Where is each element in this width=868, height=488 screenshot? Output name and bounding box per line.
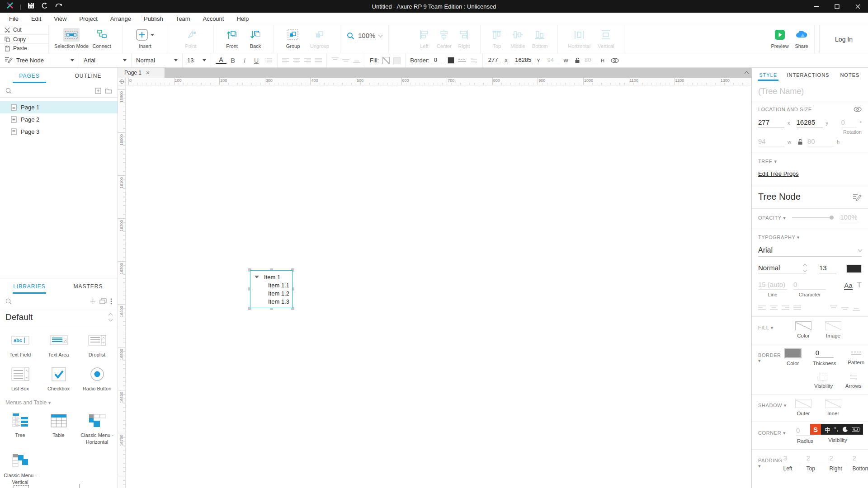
fill-label[interactable]: FILL ▾: [758, 321, 792, 331]
menu-item[interactable]: Publish: [137, 13, 170, 25]
tab-notes[interactable]: NOTES: [834, 68, 866, 82]
menu-item[interactable]: File: [3, 13, 25, 25]
copy-button[interactable]: Copy: [0, 35, 48, 44]
undo-icon[interactable]: [41, 2, 48, 11]
x-field[interactable]: 277: [758, 118, 784, 127]
login-button[interactable]: Log In: [820, 36, 868, 43]
connect-button[interactable]: Connect: [88, 28, 116, 49]
fill-color-swatch[interactable]: [795, 321, 811, 330]
tree-widget[interactable]: Item 1 Item 1.1 Item 1.2 Item 1.3: [250, 270, 292, 308]
font-family-select[interactable]: Arial: [84, 57, 127, 64]
shadow-inner-swatch[interactable]: [825, 399, 841, 408]
maximize-button[interactable]: [826, 0, 847, 13]
menu-item[interactable]: Edit: [25, 13, 47, 25]
border-pattern-button[interactable]: Pattern: [844, 349, 868, 366]
tree-node-root[interactable]: Item 1: [250, 273, 292, 281]
padding-label[interactable]: PADDING ▾: [758, 454, 783, 469]
widget-checkbox[interactable]: Checkbox: [39, 361, 78, 395]
font-weight-select[interactable]: Normal: [136, 57, 178, 64]
zoom-value[interactable]: 100%: [357, 32, 376, 40]
tab-close-icon[interactable]: [146, 71, 150, 75]
tab-interactions[interactable]: INTERACTIONS: [783, 68, 833, 82]
edit-tree-props-link[interactable]: Edit Tree Props: [758, 170, 799, 177]
ime-moon-icon[interactable]: [842, 427, 848, 432]
widget-tree[interactable]: Tree: [1, 408, 39, 448]
opacity-slider[interactable]: [792, 216, 834, 220]
line-spacing-field[interactable]: 15 (auto) Line: [758, 281, 787, 297]
ruler-origin-icon[interactable]: [118, 78, 126, 85]
ime-sogou-icon[interactable]: S: [810, 424, 821, 435]
typography-label[interactable]: TYPOGRAPHY ▾: [758, 235, 800, 240]
ime-language-toggle[interactable]: 中: [825, 425, 830, 434]
border-color-button[interactable]: Color: [781, 349, 805, 366]
menu-item[interactable]: Team: [170, 13, 197, 25]
menu-item[interactable]: Project: [73, 13, 104, 25]
close-button[interactable]: [847, 0, 868, 13]
widget-text-area[interactable]: Text Area: [39, 327, 78, 361]
back-button[interactable]: Back: [244, 28, 267, 49]
shadow-label[interactable]: SHADOW ▾: [758, 399, 792, 408]
shadow-inner-button[interactable]: Inner: [821, 399, 845, 416]
page-row[interactable]: Page 3: [0, 126, 118, 138]
folder-icon[interactable]: [105, 88, 112, 94]
tabstrip-scroll-icon[interactable]: [741, 68, 751, 78]
tree-node-child[interactable]: Item 1.1: [250, 281, 292, 289]
redo-icon[interactable]: [55, 2, 63, 11]
pages-search-input[interactable]: [15, 88, 91, 94]
zoom-control[interactable]: 100%: [347, 28, 382, 40]
fill-color-button[interactable]: Color: [792, 321, 815, 338]
opacity-value[interactable]: 100%: [840, 213, 859, 222]
font-family-select[interactable]: Arial: [758, 246, 862, 257]
menu-item[interactable]: Help: [230, 13, 255, 25]
add-page-icon[interactable]: [95, 88, 101, 94]
font-color-button[interactable]: A: [216, 56, 226, 64]
fill-color-swatch[interactable]: [382, 57, 390, 64]
font-weight-select[interactable]: Normal: [758, 264, 807, 273]
border-pattern-icon[interactable]: [458, 58, 466, 63]
shadow-outer-swatch[interactable]: [795, 399, 811, 408]
widget-name-field[interactable]: [752, 82, 868, 102]
tab-outline[interactable]: OUTLINE: [59, 68, 118, 84]
canvas[interactable]: Page 1 010020030040050060070080090010001…: [118, 68, 751, 488]
tree-section-label[interactable]: TREE ▾: [758, 159, 777, 164]
line-spacing-value[interactable]: 15 (auto): [758, 281, 787, 290]
library-stack-icon[interactable]: [99, 298, 107, 304]
libraries-search-input[interactable]: [15, 298, 86, 305]
case-button[interactable]: Aa: [844, 282, 852, 290]
tab-masters[interactable]: MASTERS: [59, 278, 118, 295]
visibility-eye-icon[interactable]: [611, 58, 619, 63]
border-visibility-button[interactable]: Visibility: [811, 372, 836, 389]
border-color-swatch[interactable]: [448, 57, 454, 64]
group-button[interactable]: Group: [280, 28, 306, 49]
fill-image-button[interactable]: Image: [821, 321, 845, 338]
tab-libraries[interactable]: LIBRARIES: [0, 278, 59, 295]
cut-button[interactable]: Cut: [0, 25, 48, 35]
font-size-select[interactable]: 13: [187, 57, 206, 64]
menu-item[interactable]: View: [47, 13, 73, 25]
x-field[interactable]: 277: [487, 56, 501, 64]
border-width-field[interactable]: 0: [433, 56, 444, 64]
preview-button[interactable]: Preview: [769, 28, 791, 49]
lock-icon[interactable]: [797, 139, 803, 145]
canvas-tab-page1[interactable]: Page 1: [118, 68, 165, 78]
share-button[interactable]: Share: [791, 28, 812, 49]
shadow-outer-button[interactable]: Outer: [792, 399, 815, 416]
page-row[interactable]: Page 2: [0, 113, 118, 126]
italic-button[interactable]: I: [239, 57, 250, 64]
widget-table[interactable]: Table: [39, 408, 78, 448]
underline-button[interactable]: U: [251, 57, 262, 64]
border-label[interactable]: BORDER ▾: [758, 349, 781, 364]
paste-button[interactable]: Paste: [0, 44, 48, 53]
fill-image-swatch[interactable]: [825, 321, 841, 330]
edit-style-icon[interactable]: [5, 56, 13, 65]
bold-button[interactable]: B: [227, 57, 238, 64]
tree-collapse-icon[interactable]: [255, 276, 259, 278]
tab-pages[interactable]: PAGES: [0, 68, 59, 84]
add-library-icon[interactable]: [90, 298, 96, 304]
kebab-menu-icon[interactable]: [110, 298, 112, 305]
front-button[interactable]: Front: [220, 28, 244, 49]
widget-radio-button[interactable]: Radio Button: [78, 361, 116, 395]
ime-keyboard-icon[interactable]: [852, 427, 859, 432]
tab-style[interactable]: STYLE: [754, 68, 783, 82]
border-color-swatch[interactable]: [785, 349, 801, 358]
